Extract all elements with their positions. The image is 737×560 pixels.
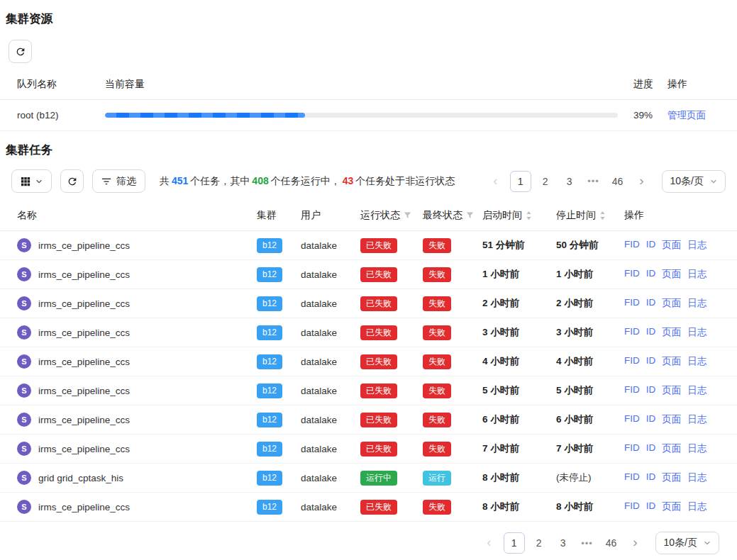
run-status-filter-icon[interactable] bbox=[404, 211, 411, 219]
page-button-1[interactable]: 1 bbox=[510, 171, 531, 192]
manage-page-link[interactable]: 管理页面 bbox=[667, 110, 706, 121]
cluster-badge: b12 bbox=[257, 325, 282, 340]
log-link[interactable]: 日志 bbox=[687, 471, 706, 484]
id-link[interactable]: ID bbox=[646, 297, 656, 310]
page-button-1[interactable]: 1 bbox=[504, 532, 525, 554]
fid-link[interactable]: FID bbox=[624, 268, 640, 281]
page-link[interactable]: 页面 bbox=[662, 442, 681, 455]
pagination-ellipsis: ••• bbox=[584, 172, 604, 191]
id-link[interactable]: ID bbox=[646, 500, 656, 513]
avatar: S bbox=[17, 296, 31, 310]
page-button-2[interactable]: 2 bbox=[529, 533, 549, 553]
log-link[interactable]: 日志 bbox=[687, 500, 706, 513]
id-link[interactable]: ID bbox=[646, 239, 656, 252]
run-status-badge: 已失败 bbox=[360, 325, 397, 340]
start-time: 1 小时前 bbox=[482, 268, 556, 281]
tasks-section-title: 集群任务 bbox=[6, 142, 731, 158]
stop-time-sort-icon[interactable] bbox=[599, 211, 606, 220]
log-link[interactable]: 日志 bbox=[687, 355, 706, 368]
prev-page-button[interactable]: ‹ bbox=[480, 533, 499, 553]
page-link[interactable]: 页面 bbox=[662, 239, 681, 252]
page-link[interactable]: 页面 bbox=[662, 355, 681, 368]
progress-value: 39% bbox=[633, 110, 667, 121]
final-status-badge: 失败 bbox=[423, 354, 451, 369]
page-size-select[interactable]: 10条/页 bbox=[655, 532, 719, 554]
page-size-select[interactable]: 10条/页 bbox=[662, 170, 726, 193]
log-link[interactable]: 日志 bbox=[687, 326, 706, 339]
stop-time: (未停止) bbox=[556, 471, 624, 484]
user-cell: datalake bbox=[301, 298, 360, 309]
id-link[interactable]: ID bbox=[646, 268, 656, 281]
start-time-header: 启动时间 bbox=[482, 209, 556, 222]
page-button-3[interactable]: 3 bbox=[553, 533, 573, 553]
refresh-icon bbox=[15, 46, 26, 57]
page-link[interactable]: 页面 bbox=[662, 413, 681, 426]
log-link[interactable]: 日志 bbox=[687, 442, 706, 455]
fid-link[interactable]: FID bbox=[624, 239, 640, 252]
capacity-progress-bar bbox=[105, 113, 618, 118]
log-link[interactable]: 日志 bbox=[687, 239, 706, 252]
fid-link[interactable]: FID bbox=[624, 500, 640, 513]
page-button-46[interactable]: 46 bbox=[602, 533, 621, 553]
page-link[interactable]: 页面 bbox=[662, 268, 681, 281]
page-link[interactable]: 页面 bbox=[662, 471, 681, 484]
page-button-2[interactable]: 2 bbox=[536, 172, 555, 191]
fid-link[interactable]: FID bbox=[624, 413, 640, 426]
final-status-badge: 失败 bbox=[423, 296, 451, 311]
table-row: S grid grid_cptask_his b12 datalake 运行中 … bbox=[0, 464, 737, 493]
page-link[interactable]: 页面 bbox=[662, 384, 681, 397]
final-status-filter-icon[interactable] bbox=[466, 211, 474, 219]
avatar: S bbox=[17, 354, 31, 369]
cluster-badge: b12 bbox=[257, 413, 282, 427]
log-link[interactable]: 日志 bbox=[687, 413, 706, 426]
id-link[interactable]: ID bbox=[646, 355, 656, 368]
cluster-badge: b12 bbox=[257, 238, 282, 253]
table-row: S irms_ce_pipeline_ccs b12 datalake 已失败 … bbox=[0, 260, 737, 289]
id-link[interactable]: ID bbox=[646, 384, 656, 397]
stop-time: 3 小时前 bbox=[556, 326, 624, 339]
log-link[interactable]: 日志 bbox=[687, 384, 706, 397]
fid-link[interactable]: FID bbox=[624, 442, 640, 455]
page-size-value: 10条/页 bbox=[664, 537, 697, 549]
page-link[interactable]: 页面 bbox=[662, 326, 681, 339]
next-page-button[interactable]: › bbox=[626, 533, 645, 553]
id-link[interactable]: ID bbox=[646, 413, 656, 426]
final-status-badge: 失败 bbox=[423, 442, 451, 457]
layout-switch-button[interactable] bbox=[11, 169, 52, 193]
chevron-down-icon bbox=[35, 178, 43, 185]
run-status-badge: 已失败 bbox=[360, 383, 397, 398]
id-link[interactable]: ID bbox=[646, 442, 656, 455]
fid-link[interactable]: FID bbox=[624, 384, 640, 397]
fid-link[interactable]: FID bbox=[624, 326, 640, 339]
page-button-46[interactable]: 46 bbox=[608, 172, 628, 191]
user-cell: datalake bbox=[301, 357, 360, 367]
tasks-table-body: S irms_ce_pipeline_ccs b12 datalake 已失败 … bbox=[0, 231, 737, 522]
fid-link[interactable]: FID bbox=[624, 471, 640, 484]
id-link[interactable]: ID bbox=[646, 471, 656, 484]
next-page-button[interactable]: › bbox=[632, 172, 652, 191]
page-link[interactable]: 页面 bbox=[662, 500, 681, 513]
page-button-3[interactable]: 3 bbox=[560, 172, 580, 191]
fid-link[interactable]: FID bbox=[624, 355, 640, 368]
filter-button[interactable]: 筛选 bbox=[92, 169, 145, 193]
id-link[interactable]: ID bbox=[646, 326, 656, 339]
final-status-badge: 失败 bbox=[423, 325, 451, 340]
task-name: irms_ce_pipeline_ccs bbox=[38, 327, 130, 338]
table-row: S irms_ce_pipeline_ccs b12 datalake 已失败 … bbox=[0, 376, 737, 405]
start-time: 4 小时前 bbox=[482, 355, 556, 368]
resources-refresh-button[interactable] bbox=[9, 40, 32, 63]
start-time: 6 小时前 bbox=[482, 413, 556, 426]
tasks-refresh-button[interactable] bbox=[60, 169, 84, 193]
prev-page-button[interactable]: ‹ bbox=[486, 172, 506, 191]
fid-link[interactable]: FID bbox=[624, 297, 640, 310]
task-name: irms_ce_pipeline_ccs bbox=[38, 298, 130, 309]
resources-table-header: 队列名称 当前容量 进度 操作 bbox=[0, 69, 737, 100]
run-status-header: 运行状态 bbox=[360, 209, 423, 222]
start-time-sort-icon[interactable] bbox=[526, 211, 532, 220]
tasks-table-header: 名称 集群 用户 运行状态 最终状态 启动时间 bbox=[0, 200, 737, 231]
log-link[interactable]: 日志 bbox=[687, 268, 706, 281]
log-link[interactable]: 日志 bbox=[687, 297, 706, 310]
final-status-badge: 失败 bbox=[423, 267, 451, 282]
user-cell: datalake bbox=[301, 269, 360, 280]
page-link[interactable]: 页面 bbox=[662, 297, 681, 310]
